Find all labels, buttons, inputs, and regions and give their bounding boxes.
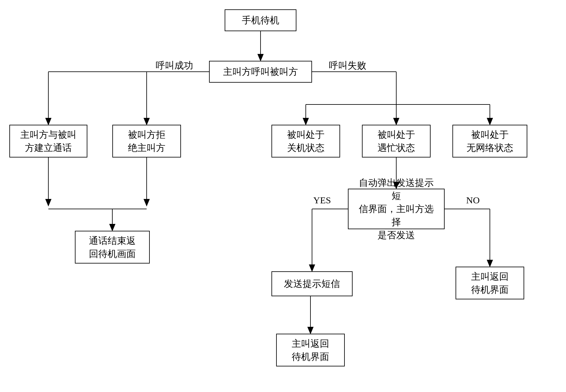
- node-poweroff: 被叫处于 关机状态: [271, 125, 340, 157]
- node-end-return: 通话结束返 回待机画面: [75, 231, 150, 264]
- node-return1: 主叫返回 待机界面: [456, 267, 524, 299]
- node-send-sms-text: 发送提示短信: [284, 277, 340, 290]
- label-call-success-text: 呼叫成功: [156, 60, 193, 70]
- node-busy: 被叫处于 遇忙状态: [362, 125, 431, 157]
- label-yes: YES: [312, 195, 332, 206]
- node-end-return-text: 通话结束返 回待机画面: [89, 234, 136, 260]
- node-reject-text: 被叫方拒 绝主叫方: [128, 128, 165, 154]
- node-busy-text: 被叫处于 遇忙状态: [378, 128, 415, 154]
- node-send-sms: 发送提示短信: [271, 271, 353, 296]
- node-establish-text: 主叫方与被叫 方建立通话: [20, 128, 76, 154]
- node-reject: 被叫方拒 绝主叫方: [112, 125, 181, 157]
- node-standby-text: 手机待机: [242, 14, 279, 27]
- node-establish: 主叫方与被叫 方建立通话: [9, 125, 87, 157]
- node-return2-text: 主叫返回 待机界面: [292, 337, 329, 363]
- node-caller-calls: 主叫方呼叫被叫方: [209, 61, 312, 83]
- node-poweroff-text: 被叫处于 关机状态: [287, 128, 324, 154]
- label-call-fail: 呼叫失败: [328, 59, 368, 72]
- node-popup: 自动弹出发送提示短 信界面，主叫方选择 是否发送: [348, 189, 445, 229]
- node-nonet: 被叫处于 无网络状态: [452, 125, 527, 157]
- node-return1-text: 主叫返回 待机界面: [471, 270, 509, 296]
- flowchart-arrows: [0, 0, 566, 392]
- node-popup-text: 自动弹出发送提示短 信界面，主叫方选择 是否发送: [355, 176, 438, 242]
- node-return2: 主叫返回 待机界面: [276, 334, 345, 366]
- label-yes-text: YES: [313, 195, 331, 205]
- label-no-text: NO: [466, 195, 480, 205]
- label-no: NO: [465, 195, 481, 206]
- label-call-fail-text: 呼叫失败: [329, 60, 366, 70]
- node-caller-calls-text: 主叫方呼叫被叫方: [223, 65, 298, 78]
- node-standby: 手机待机: [225, 9, 296, 31]
- label-call-success: 呼叫成功: [154, 59, 194, 72]
- node-nonet-text: 被叫处于 无网络状态: [466, 128, 513, 154]
